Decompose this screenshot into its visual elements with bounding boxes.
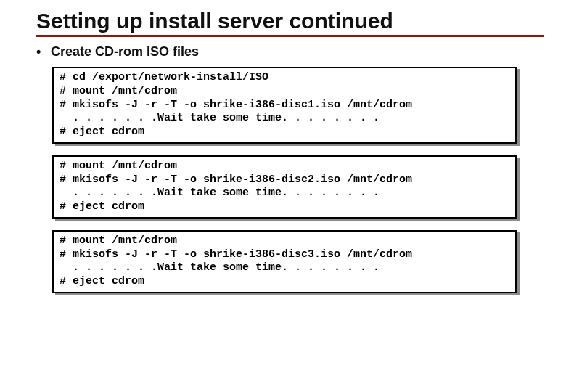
- codeblock-2: # mount /mnt/cdrom # mkisofs -J -r -T -o…: [52, 155, 517, 219]
- bullet-dot: •: [36, 44, 51, 60]
- bullet-text: Create CD-rom ISO files: [51, 44, 199, 59]
- bullet-line: •Create CD-rom ISO files: [36, 44, 544, 60]
- codeblock-wrap-3: # mount /mnt/cdrom # mkisofs -J -r -T -o…: [52, 230, 517, 293]
- codeblock-3: # mount /mnt/cdrom # mkisofs -J -r -T -o…: [52, 230, 517, 293]
- slide: Setting up install server continued •Cre…: [0, 0, 566, 293]
- codeblock-1: # cd /export/network-install/ISO # mount…: [52, 67, 517, 144]
- title-underline: [36, 35, 544, 37]
- codeblock-wrap-1: # cd /export/network-install/ISO # mount…: [52, 67, 517, 144]
- slide-title: Setting up install server continued: [36, 9, 544, 33]
- codeblock-wrap-2: # mount /mnt/cdrom # mkisofs -J -r -T -o…: [52, 155, 517, 219]
